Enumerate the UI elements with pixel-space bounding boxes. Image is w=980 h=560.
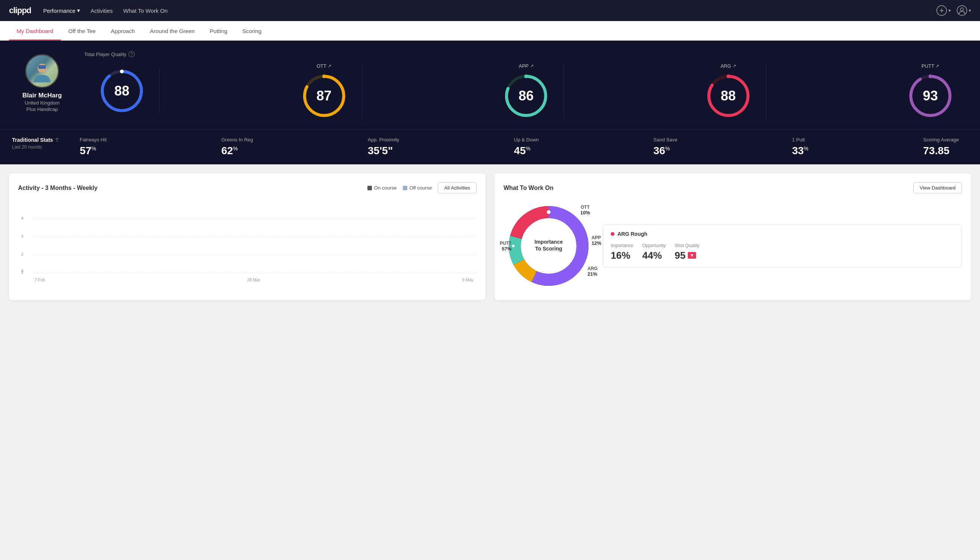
bars-area [32, 201, 476, 273]
activity-card-title: Activity - 3 Months - Weekly [18, 185, 97, 192]
donut-label-arg: ARG 21% [587, 266, 597, 277]
tab-approach[interactable]: Approach [103, 21, 142, 41]
total-score-value: 88 [114, 83, 129, 99]
off-course-dot [403, 186, 407, 190]
trend-up-icon: ↗ [732, 63, 736, 68]
donut-chart-wrapper: Importance To Scoring PUTT 57% OTT 10% [504, 201, 594, 291]
navbar: clippd Performance ▾ Activities What To … [0, 0, 980, 21]
arg-card-title: ARG Rough [611, 231, 954, 237]
arg-info-card: ARG Rough Importance 16% Opportunity 44% [603, 225, 962, 268]
donut-label-putt: PUTT 57% [500, 241, 511, 252]
arg-dot-icon [611, 232, 614, 236]
donut-label-ott: OTT 10% [580, 205, 590, 215]
grid-label-0: 0 [21, 268, 23, 273]
grid-label-2: 2 [21, 252, 23, 257]
player-country: United Kingdom [25, 100, 60, 106]
svg-text:To Scoring: To Scoring [535, 246, 562, 252]
tab-off-the-tee[interactable]: Off the Tee [61, 21, 103, 41]
scores-section: Total Player Quality ? 88 [84, 51, 968, 118]
putt-score-value: 93 [923, 88, 938, 104]
arg-metric-opportunity: Opportunity 44% [642, 243, 666, 262]
nav-links: Performance ▾ Activities What To Work On [43, 7, 168, 14]
player-info: Blair McHarg United Kingdom Plus Handica… [12, 51, 72, 112]
what-to-work-on-card: What To Work On View Dashboard [494, 173, 971, 300]
arg-score-value: 88 [720, 88, 735, 104]
player-handicap: Plus Handicap [26, 107, 58, 112]
add-button[interactable]: ▾ [937, 5, 951, 16]
x-label-feb: 7 Feb [35, 278, 45, 282]
user-menu-button[interactable]: ▾ [957, 5, 971, 16]
svg-text:Importance: Importance [534, 239, 563, 245]
stats-items: Fairways Hit 57% Greens In Reg 62% App. … [71, 137, 968, 157]
grid-label-4: 4 [21, 216, 23, 220]
stat-up-down: Up & Down 45% [505, 137, 548, 157]
grid-label-3: 3 [21, 234, 23, 238]
arg-circle: 88 [706, 73, 751, 118]
bottom-section: Activity - 3 Months - Weekly On course O… [0, 164, 980, 309]
score-ott: OTT ↗ 87 [286, 63, 362, 118]
tab-scoring[interactable]: Scoring [235, 21, 269, 41]
tab-around-the-green[interactable]: Around the Green [143, 21, 202, 41]
svg-rect-6 [38, 65, 46, 69]
shot-quality-badge: ▼ [688, 252, 696, 259]
activity-card-header: Activity - 3 Months - Weekly On course O… [18, 182, 476, 193]
hero-section: Blair McHarg United Kingdom Plus Handica… [0, 41, 980, 129]
tab-my-dashboard[interactable]: My Dashboard [9, 21, 61, 41]
x-label-mar: 28 Mar [247, 278, 260, 282]
svg-point-18 [727, 75, 730, 78]
view-dashboard-button[interactable]: View Dashboard [913, 182, 962, 193]
stat-fairways-hit: Fairways Hit 57% [71, 137, 116, 157]
svg-point-3 [957, 6, 967, 15]
trend-up-icon: ↗ [328, 63, 331, 68]
svg-point-27 [547, 210, 551, 214]
putt-connector-dot [512, 245, 514, 247]
activity-card: Activity - 3 Months - Weekly On course O… [9, 173, 486, 300]
logo-text: clippd [9, 6, 31, 15]
logo[interactable]: clippd [9, 6, 31, 15]
putt-circle: 93 [908, 73, 953, 118]
nav-activities[interactable]: Activities [91, 8, 113, 14]
ott-circle: 87 [301, 73, 347, 118]
stat-app-proximity: App. Proximity 35'5" [359, 137, 408, 157]
x-label-may: 9 May [462, 278, 473, 282]
trend-up-icon: ↗ [936, 63, 939, 68]
donut-section: Importance To Scoring PUTT 57% OTT 10% [504, 201, 962, 291]
all-activities-button[interactable]: All Activities [438, 182, 476, 193]
total-circle: 88 [99, 68, 145, 113]
nav-what-to-work-on[interactable]: What To Work On [123, 8, 168, 14]
stat-sand-save: Sand Save 36% [645, 137, 687, 157]
score-circles: 88 OTT ↗ 87 [84, 63, 968, 118]
svg-point-4 [960, 8, 963, 11]
help-icon[interactable]: ? [129, 51, 135, 57]
arg-metric-importance: Importance 16% [611, 243, 633, 262]
chevron-down-icon: ▾ [969, 8, 971, 13]
score-app: APP ↗ 86 [489, 63, 564, 118]
help-icon[interactable]: ? [55, 137, 59, 143]
score-putt: PUTT ↗ 93 [893, 63, 968, 118]
donut-label-app: APP 12% [592, 235, 601, 246]
arg-metric-shot-quality: Shot Quality 95 ▼ [675, 243, 699, 262]
trend-up-icon: ↗ [530, 63, 534, 68]
nav-right: ▾ ▾ [937, 5, 971, 16]
stat-scoring-avg: Scoring Average 73.85 [914, 137, 968, 157]
stats-label: Traditional Stats ? Last 20 rounds [12, 137, 65, 150]
svg-point-15 [524, 75, 528, 78]
app-score-value: 86 [519, 88, 534, 104]
svg-point-21 [928, 75, 932, 78]
chevron-down-icon: ▾ [77, 7, 80, 14]
player-name: Blair McHarg [23, 92, 62, 99]
svg-point-12 [322, 75, 326, 78]
score-arg: ARG ↗ 88 [691, 63, 766, 118]
stats-row: Traditional Stats ? Last 20 rounds Fairw… [0, 129, 980, 164]
stats-subtitle: Last 20 rounds [12, 144, 65, 150]
on-course-dot [368, 186, 372, 190]
tabs-bar: My Dashboard Off the Tee Approach Around… [0, 21, 980, 41]
score-total: 88 [84, 68, 160, 113]
wtwo-card-title: What To Work On [504, 185, 554, 192]
wtwo-card-header: What To Work On View Dashboard [504, 182, 962, 193]
tab-putting[interactable]: Putting [202, 21, 235, 41]
avatar [25, 54, 59, 88]
chart-legend: On course Off course [368, 185, 432, 191]
svg-point-9 [120, 70, 124, 73]
nav-performance[interactable]: Performance ▾ [43, 7, 80, 14]
